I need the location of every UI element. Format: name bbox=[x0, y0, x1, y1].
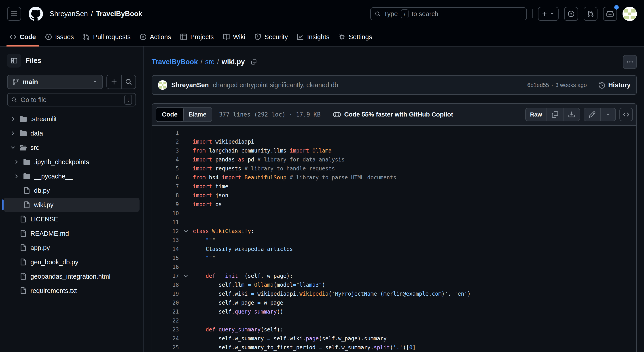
search-this-repo-button[interactable] bbox=[121, 75, 136, 88]
tree-item-LICENSE[interactable]: LICENSE bbox=[4, 212, 140, 226]
line-number[interactable]: 18 bbox=[152, 280, 179, 290]
tab-issues[interactable]: Issues bbox=[41, 28, 78, 46]
code-toolbar: Code Blame 377 lines (292 loc) · 17.9 KB… bbox=[152, 104, 636, 126]
download-raw-button[interactable] bbox=[563, 108, 580, 121]
line-number[interactable]: 23 bbox=[152, 325, 179, 334]
file-more-options-button[interactable] bbox=[623, 55, 637, 69]
line-number[interactable]: 8 bbox=[152, 191, 179, 200]
raw-button[interactable]: Raw bbox=[526, 108, 546, 121]
edit-file-button[interactable] bbox=[584, 108, 600, 121]
go-to-file-input[interactable]: Go to file t bbox=[7, 93, 136, 106]
hamburger-button[interactable] bbox=[7, 7, 21, 21]
tree-item-label: geopandas_integration.html bbox=[30, 273, 110, 280]
line-number[interactable]: 5 bbox=[152, 164, 179, 173]
tab-projects[interactable]: Projects bbox=[176, 28, 217, 46]
pull-requests-button[interactable] bbox=[584, 7, 598, 21]
global-search-input[interactable]: Type / to search bbox=[370, 8, 527, 20]
add-file-button[interactable] bbox=[107, 75, 121, 88]
symbols-panel-button[interactable] bbox=[620, 108, 633, 121]
caret-down-icon bbox=[605, 112, 611, 118]
tab-wiki[interactable]: Wiki bbox=[219, 28, 249, 46]
tab-label: Code bbox=[20, 33, 36, 41]
code-text bbox=[193, 316, 636, 325]
tree-item-requirements.txt[interactable]: requirements.txt bbox=[4, 284, 140, 298]
line-number[interactable]: 17 bbox=[152, 272, 179, 280]
chevron-right-icon[interactable] bbox=[10, 173, 23, 179]
tree-item-data[interactable]: data bbox=[4, 126, 140, 140]
tree-item-wiki.py[interactable]: wiki.py bbox=[4, 198, 140, 212]
fold-gutter bbox=[179, 128, 193, 137]
tree-item-db.py[interactable]: db.py bbox=[4, 184, 140, 198]
line-number[interactable]: 1 bbox=[152, 128, 179, 137]
line-number[interactable]: 3 bbox=[152, 146, 179, 155]
user-avatar[interactable] bbox=[622, 7, 637, 21]
tree-item-.streamlit[interactable]: .streamlit bbox=[4, 112, 140, 126]
fold-chevron-down-icon[interactable] bbox=[179, 227, 193, 236]
tab-code-view[interactable]: Code bbox=[156, 107, 184, 122]
line-number[interactable]: 10 bbox=[152, 209, 179, 218]
line-number[interactable]: 15 bbox=[152, 254, 179, 262]
chevron-right-icon[interactable] bbox=[6, 130, 20, 136]
line-number[interactable]: 20 bbox=[152, 298, 179, 307]
tree-item-src[interactable]: src bbox=[4, 140, 140, 155]
line-number[interactable]: 11 bbox=[152, 218, 179, 227]
line-number[interactable]: 6 bbox=[152, 173, 179, 182]
copy-raw-button[interactable] bbox=[546, 108, 563, 121]
edit-options-button[interactable] bbox=[600, 108, 616, 121]
issues-button[interactable] bbox=[564, 7, 578, 21]
copilot-icon bbox=[333, 110, 341, 118]
tab-code[interactable]: Code bbox=[6, 28, 40, 46]
tree-item-__pycache__[interactable]: __pycache__ bbox=[4, 169, 140, 184]
line-number[interactable]: 7 bbox=[152, 182, 179, 191]
breadcrumb-repo-link[interactable]: TravelByBook bbox=[152, 58, 198, 66]
code-text bbox=[193, 128, 636, 137]
fold-gutter bbox=[179, 254, 193, 262]
tree-item-geopandas_integration.html[interactable]: geopandas_integration.html bbox=[4, 269, 140, 284]
history-button[interactable]: History bbox=[598, 82, 630, 89]
commit-message-link[interactable]: changed entrypoint significantly, cleane… bbox=[213, 82, 338, 89]
commit-author-link[interactable]: ShreyanSen bbox=[171, 82, 209, 89]
context-owner-link[interactable]: ShreyanSen bbox=[50, 10, 88, 18]
breadcrumb-dir-link[interactable]: src bbox=[205, 58, 214, 66]
tree-item-.ipynb_checkpoints[interactable]: .ipynb_checkpoints bbox=[4, 155, 140, 169]
copy-path-button[interactable] bbox=[248, 56, 260, 68]
line-number[interactable]: 24 bbox=[152, 334, 179, 343]
line-number[interactable]: 9 bbox=[152, 200, 179, 209]
tab-blame-view[interactable]: Blame bbox=[183, 107, 212, 122]
tree-item-gen_book_db.py[interactable]: gen_book_db.py bbox=[4, 255, 140, 269]
tab-actions[interactable]: Actions bbox=[136, 28, 175, 46]
line-number[interactable]: 4 bbox=[152, 155, 179, 164]
line-number[interactable]: 21 bbox=[152, 307, 179, 316]
line-number[interactable]: 14 bbox=[152, 245, 179, 254]
tab-settings[interactable]: Settings bbox=[335, 28, 376, 46]
fold-chevron-down-icon[interactable] bbox=[179, 272, 193, 280]
tab-pull-requests[interactable]: Pull requests bbox=[79, 28, 134, 46]
code-text: from langchain_community.llms import Oll… bbox=[193, 146, 636, 155]
line-number[interactable]: 2 bbox=[152, 137, 179, 146]
tree-item-app.py[interactable]: app.py bbox=[4, 241, 140, 255]
tab-label: Issues bbox=[55, 33, 74, 41]
chevron-right-icon[interactable] bbox=[6, 116, 20, 122]
chevron-down-icon[interactable] bbox=[6, 145, 20, 150]
tree-item-README.md[interactable]: README.md bbox=[4, 226, 140, 241]
line-number[interactable]: 22 bbox=[152, 316, 179, 325]
github-logo[interactable] bbox=[28, 7, 43, 21]
context-repo-link[interactable]: TravelByBook bbox=[96, 10, 142, 18]
tab-insights[interactable]: Insights bbox=[293, 28, 333, 46]
line-number[interactable]: 19 bbox=[152, 290, 179, 298]
commit-author-avatar[interactable] bbox=[158, 80, 167, 90]
code-line-24: 24 self.w_summary = self.wiki.page(self.… bbox=[152, 334, 636, 343]
copilot-banner-link[interactable]: Code 55% faster with GitHub Copilot bbox=[333, 110, 453, 118]
code-line-8: 8import json bbox=[152, 191, 636, 200]
code-text: import json bbox=[193, 191, 636, 200]
line-number[interactable]: 25 bbox=[152, 343, 179, 352]
branch-selector[interactable]: main bbox=[7, 75, 103, 89]
chevron-right-icon[interactable] bbox=[10, 159, 23, 165]
line-number[interactable]: 16 bbox=[152, 262, 179, 272]
collapse-file-tree-button[interactable] bbox=[7, 54, 21, 68]
tab-security[interactable]: Security bbox=[251, 28, 292, 46]
commit-sha-link[interactable]: 6b1ed55 bbox=[527, 82, 549, 88]
line-number[interactable]: 12 bbox=[152, 227, 179, 236]
create-new-button[interactable] bbox=[538, 7, 558, 21]
line-number[interactable]: 13 bbox=[152, 236, 179, 245]
